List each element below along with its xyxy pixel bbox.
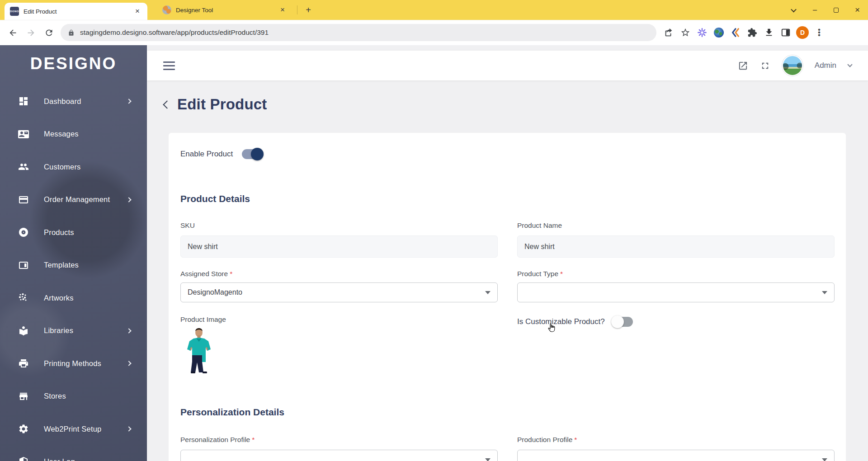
- sidebar-item-label: Products: [44, 228, 74, 237]
- tab-edit-product[interactable]: DGNO Edit Product ×: [5, 3, 147, 20]
- sku-input[interactable]: [180, 235, 498, 258]
- tab-close-icon[interactable]: ×: [278, 5, 287, 14]
- personalization-profile-select[interactable]: [180, 450, 498, 461]
- product-name-input[interactable]: [517, 235, 835, 258]
- share-icon[interactable]: [661, 25, 676, 40]
- tab-designer-tool[interactable]: Designer Tool ×: [157, 0, 292, 20]
- web2print-icon: [18, 423, 29, 434]
- earth-extension-icon[interactable]: [711, 25, 726, 40]
- admin-chevron-down-icon[interactable]: [847, 62, 852, 67]
- select-caret-icon: [485, 458, 491, 461]
- sidebar-item-label: Printing Methods: [44, 359, 101, 368]
- url-bar[interactable]: stagingdemo.designo.software/app/product…: [61, 24, 656, 41]
- sidebar-item-label: Stores: [44, 392, 66, 400]
- dashboard-icon: [18, 96, 29, 107]
- artworks-icon: [18, 292, 29, 303]
- product-type-select[interactable]: [517, 282, 835, 302]
- sidebar-item-stores[interactable]: Stores: [0, 380, 147, 413]
- sidebar-item-dashboard[interactable]: Dashboard: [0, 85, 147, 118]
- sidebar-item-label: Libraries: [44, 326, 73, 335]
- side-panel-icon[interactable]: [778, 25, 793, 40]
- window-controls: – ×: [783, 0, 868, 20]
- window-close-button[interactable]: ×: [847, 0, 868, 20]
- open-in-new-icon[interactable]: [738, 61, 748, 71]
- forward-icon[interactable]: [22, 24, 40, 42]
- window-maximize-button[interactable]: [826, 0, 847, 20]
- sidebar-nav: DashboardMessagesCustomersOrder Manageme…: [0, 85, 147, 461]
- url-text: stagingdemo.designo.software/app/product…: [80, 28, 269, 37]
- chevron-right-icon: [126, 99, 131, 104]
- sku-label: SKU: [180, 221, 195, 230]
- product-image-label: Product Image: [180, 315, 226, 324]
- printing-methods-icon: [18, 358, 29, 369]
- sidebar: DESIGNO DashboardMessagesCustomersOrder …: [0, 45, 147, 461]
- back-chevron-icon[interactable]: [163, 100, 171, 108]
- new-tab-button[interactable]: +: [302, 4, 315, 16]
- chevrons-extension-icon[interactable]: [728, 25, 743, 40]
- sidebar-item-label: Web2Print Setup: [44, 425, 101, 433]
- page-title: Edit Product: [177, 96, 267, 113]
- personalization-profile-label: Personalization Profile*: [180, 436, 255, 444]
- tab-search-chevron-icon[interactable]: [783, 0, 804, 20]
- product-type-label: Product Type*: [517, 270, 563, 278]
- products-icon: [18, 227, 29, 238]
- templates-icon: [18, 260, 29, 271]
- production-profile-select[interactable]: [517, 450, 835, 461]
- libraries-icon: [18, 325, 29, 336]
- window-minimize-button[interactable]: –: [804, 0, 826, 20]
- extension-burst-icon[interactable]: [694, 25, 710, 40]
- chevron-right-icon: [126, 197, 131, 202]
- sidebar-item-label: Templates: [44, 261, 79, 269]
- sidebar-item-label: User Log: [44, 457, 75, 461]
- sidebar-item-order-management[interactable]: Order Management: [0, 183, 147, 216]
- refresh-icon[interactable]: [40, 24, 58, 42]
- customers-icon: [18, 161, 29, 172]
- download-icon[interactable]: [761, 25, 777, 40]
- mouse-cursor-pointer: [547, 323, 557, 334]
- tab-close-icon[interactable]: ×: [133, 7, 142, 16]
- browser-toolbar: stagingdemo.designo.software/app/product…: [0, 20, 868, 45]
- product-name-label: Product Name: [517, 221, 562, 230]
- bookmark-star-icon[interactable]: [678, 25, 693, 40]
- designo-logo: DESIGNO: [0, 54, 147, 73]
- fullscreen-icon[interactable]: [760, 61, 770, 71]
- tab-title: Designer Tool: [176, 7, 278, 14]
- assigned-store-select[interactable]: DesignoMagento: [180, 282, 498, 302]
- chevron-right-icon: [126, 361, 131, 366]
- sidebar-item-label: Order Management: [44, 195, 110, 204]
- select-caret-icon: [822, 458, 827, 461]
- stores-icon: [18, 391, 29, 402]
- customizable-label: Is Customizable Product?: [517, 317, 605, 326]
- sidebar-item-printing-methods[interactable]: Printing Methods: [0, 347, 147, 380]
- customizable-toggle[interactable]: [613, 317, 633, 327]
- menu-hamburger-icon[interactable]: [163, 56, 181, 75]
- sidebar-item-libraries[interactable]: Libraries: [0, 315, 147, 348]
- back-icon[interactable]: [4, 24, 22, 42]
- admin-user-label[interactable]: Admin: [815, 61, 836, 70]
- sidebar-item-templates[interactable]: Templates: [0, 249, 147, 282]
- enable-product-toggle[interactable]: [242, 149, 262, 159]
- edit-product-card: Enable Product Product Details SKU Produ…: [169, 133, 846, 461]
- select-caret-icon: [822, 291, 827, 294]
- browser-menu-icon[interactable]: •••: [811, 25, 827, 40]
- messages-icon: [18, 129, 29, 140]
- personalization-heading: Personalization Details: [180, 407, 284, 418]
- browser-profile-avatar[interactable]: D: [795, 25, 810, 40]
- main-content: Admin Edit Product Enable Product Produc…: [147, 45, 868, 461]
- extensions-puzzle-icon[interactable]: [745, 25, 760, 40]
- product-image-thumbnail[interactable]: [186, 328, 212, 373]
- lock-icon: [68, 29, 75, 36]
- sidebar-item-products[interactable]: Products: [0, 216, 147, 249]
- sidebar-item-customers[interactable]: Customers: [0, 151, 147, 183]
- product-details-heading: Product Details: [180, 193, 250, 204]
- tab-divider: [297, 5, 297, 14]
- sidebar-item-user-log[interactable]: User Log: [0, 446, 147, 461]
- toolbar-actions: D •••: [661, 25, 827, 40]
- order-management-icon: [18, 194, 29, 205]
- sidebar-item-artworks[interactable]: Artworks: [0, 282, 147, 315]
- tab-title: Edit Product: [24, 8, 133, 15]
- sidebar-item-messages[interactable]: Messages: [0, 118, 147, 151]
- sidebar-item-web2print-setup[interactable]: Web2Print Setup: [0, 413, 147, 446]
- admin-avatar[interactable]: [782, 55, 803, 76]
- sidebar-item-label: Artworks: [44, 294, 74, 302]
